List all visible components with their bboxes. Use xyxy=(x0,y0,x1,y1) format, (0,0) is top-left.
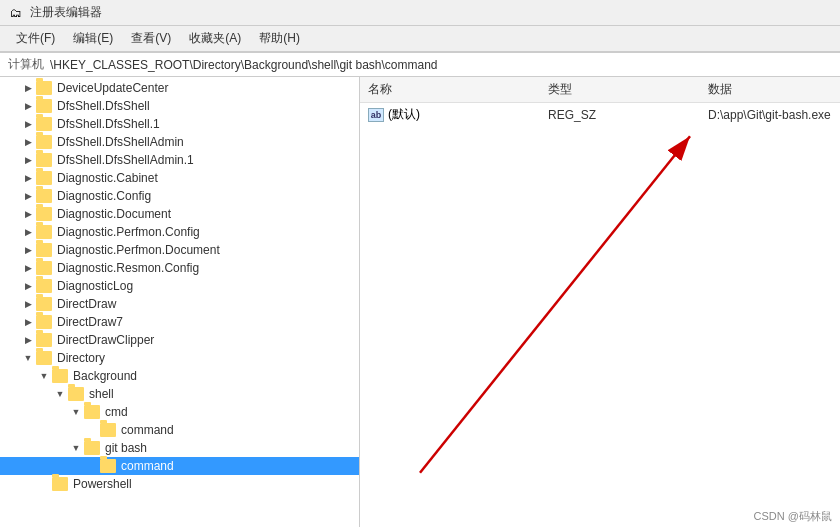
detail-header: 名称 类型 数据 xyxy=(360,77,840,103)
tree-item-label: Diagnostic.Config xyxy=(57,189,151,203)
expand-icon[interactable]: ▶ xyxy=(20,314,36,330)
tree-item-label: Diagnostic.Resmon.Config xyxy=(57,261,199,275)
folder-icon xyxy=(68,387,84,401)
folder-icon xyxy=(36,243,52,257)
folder-icon xyxy=(84,405,100,419)
address-bar: 计算机 \HKEY_CLASSES_ROOT\Directory\Backgro… xyxy=(0,52,840,77)
tree-item-label: DfsShell.DfsShell.1 xyxy=(57,117,160,131)
folder-icon xyxy=(36,81,52,95)
tree-item-Powershell[interactable]: Powershell xyxy=(0,475,359,493)
tree-item-label: DfsShell.DfsShellAdmin.1 xyxy=(57,153,194,167)
tree-item-DirectDraw7[interactable]: ▶DirectDraw7 xyxy=(0,313,359,331)
col-header-data: 数据 xyxy=(708,81,832,98)
tree-item-command_cmd[interactable]: command xyxy=(0,421,359,439)
tree-item-label: DirectDraw xyxy=(57,297,116,311)
tree-item-label: command xyxy=(121,423,174,437)
tree-item-DfsShell.DfsShell.1[interactable]: ▶DfsShell.DfsShell.1 xyxy=(0,115,359,133)
tree-panel[interactable]: ▶DeviceUpdateCenter▶DfsShell.DfsShell▶Df… xyxy=(0,77,360,527)
arrow-overlay xyxy=(360,77,840,527)
expand-icon[interactable]: ▼ xyxy=(36,368,52,384)
tree-item-label: cmd xyxy=(105,405,128,419)
folder-icon xyxy=(84,441,100,455)
window-title: 注册表编辑器 xyxy=(30,4,102,21)
tree-item-DirectDraw[interactable]: ▶DirectDraw xyxy=(0,295,359,313)
expand-icon[interactable]: ▶ xyxy=(20,296,36,312)
expand-icon[interactable]: ▶ xyxy=(20,224,36,240)
folder-icon xyxy=(36,225,52,239)
expand-icon[interactable]: ▶ xyxy=(20,206,36,222)
tree-item-DiagCabinet[interactable]: ▶Diagnostic.Cabinet xyxy=(0,169,359,187)
menu-item[interactable]: 收藏夹(A) xyxy=(181,28,249,49)
tree-item-command[interactable]: command xyxy=(0,457,359,475)
tree-item-DiagConfig[interactable]: ▶Diagnostic.Config xyxy=(0,187,359,205)
folder-icon xyxy=(36,99,52,113)
tree-item-Background[interactable]: ▼Background xyxy=(0,367,359,385)
tree-item-gitbash[interactable]: ▼git bash xyxy=(0,439,359,457)
folder-icon xyxy=(36,351,52,365)
expand-icon[interactable]: ▶ xyxy=(20,170,36,186)
col-header-type: 类型 xyxy=(548,81,708,98)
menu-item[interactable]: 编辑(E) xyxy=(65,28,121,49)
app-icon: 🗂 xyxy=(8,5,24,21)
detail-cell-data: D:\app\Git\git-bash.exe xyxy=(708,108,832,122)
detail-row[interactable]: ab (默认) REG_SZ D:\app\Git\git-bash.exe xyxy=(360,103,840,126)
tree-item-DfsShellAdmin1[interactable]: ▶DfsShell.DfsShellAdmin.1 xyxy=(0,151,359,169)
folder-icon xyxy=(100,459,116,473)
watermark: CSDN @码林鼠 xyxy=(754,509,832,524)
menu-item[interactable]: 文件(F) xyxy=(8,28,63,49)
folder-icon xyxy=(36,279,52,293)
expand-icon[interactable] xyxy=(84,458,100,474)
tree-item-shell[interactable]: ▼shell xyxy=(0,385,359,403)
tree-item-DfsShell.DfsShell[interactable]: ▶DfsShell.DfsShell xyxy=(0,97,359,115)
tree-item-label: DiagnosticLog xyxy=(57,279,133,293)
menu-bar: 文件(F)编辑(E)查看(V)收藏夹(A)帮助(H) xyxy=(0,26,840,52)
expand-icon[interactable]: ▶ xyxy=(20,188,36,204)
expand-icon[interactable]: ▶ xyxy=(20,116,36,132)
expand-icon[interactable]: ▶ xyxy=(20,152,36,168)
expand-icon[interactable]: ▼ xyxy=(68,440,84,456)
folder-icon xyxy=(36,333,52,347)
tree-item-label: git bash xyxy=(105,441,147,455)
menu-item[interactable]: 查看(V) xyxy=(123,28,179,49)
expand-icon[interactable]: ▶ xyxy=(20,80,36,96)
expand-icon[interactable] xyxy=(36,476,52,492)
folder-icon xyxy=(36,297,52,311)
tree-item-label: shell xyxy=(89,387,114,401)
tree-item-label: DirectDrawClipper xyxy=(57,333,154,347)
expand-icon[interactable]: ▶ xyxy=(20,260,36,276)
tree-item-label: command xyxy=(121,459,174,473)
tree-item-label: DirectDraw7 xyxy=(57,315,123,329)
folder-icon xyxy=(36,315,52,329)
expand-icon[interactable] xyxy=(84,422,100,438)
folder-icon xyxy=(36,153,52,167)
tree-item-Directory[interactable]: ▼Directory xyxy=(0,349,359,367)
tree-item-DfsShellAdmin[interactable]: ▶DfsShell.DfsShellAdmin xyxy=(0,133,359,151)
detail-cell-type: REG_SZ xyxy=(548,108,708,122)
menu-item[interactable]: 帮助(H) xyxy=(251,28,308,49)
tree-item-DeviceUpdateCenter[interactable]: ▶DeviceUpdateCenter xyxy=(0,79,359,97)
tree-item-label: Powershell xyxy=(73,477,132,491)
tree-item-DiagnosticLog[interactable]: ▶DiagnosticLog xyxy=(0,277,359,295)
tree-item-label: DfsShell.DfsShell xyxy=(57,99,150,113)
address-path: \HKEY_CLASSES_ROOT\Directory\Background\… xyxy=(50,58,438,72)
folder-icon xyxy=(36,171,52,185)
tree-item-DirectDrawClipper[interactable]: ▶DirectDrawClipper xyxy=(0,331,359,349)
tree-item-DiagResmonConfig[interactable]: ▶Diagnostic.Resmon.Config xyxy=(0,259,359,277)
tree-item-cmd[interactable]: ▼cmd xyxy=(0,403,359,421)
expand-icon[interactable]: ▼ xyxy=(20,350,36,366)
detail-cell-name: ab (默认) xyxy=(368,106,548,123)
tree-item-DiagPerfmonDocument[interactable]: ▶Diagnostic.Perfmon.Document xyxy=(0,241,359,259)
tree-item-DiagDocument[interactable]: ▶Diagnostic.Document xyxy=(0,205,359,223)
expand-icon[interactable]: ▼ xyxy=(52,386,68,402)
expand-icon[interactable]: ▶ xyxy=(20,98,36,114)
tree-item-label: Directory xyxy=(57,351,105,365)
expand-icon[interactable]: ▶ xyxy=(20,134,36,150)
main-content: ▶DeviceUpdateCenter▶DfsShell.DfsShell▶Df… xyxy=(0,77,840,527)
expand-icon[interactable]: ▼ xyxy=(68,404,84,420)
svg-line-1 xyxy=(420,136,690,472)
expand-icon[interactable]: ▶ xyxy=(20,332,36,348)
folder-icon xyxy=(52,477,68,491)
expand-icon[interactable]: ▶ xyxy=(20,278,36,294)
expand-icon[interactable]: ▶ xyxy=(20,242,36,258)
tree-item-DiagPerfmonConfig[interactable]: ▶Diagnostic.Perfmon.Config xyxy=(0,223,359,241)
